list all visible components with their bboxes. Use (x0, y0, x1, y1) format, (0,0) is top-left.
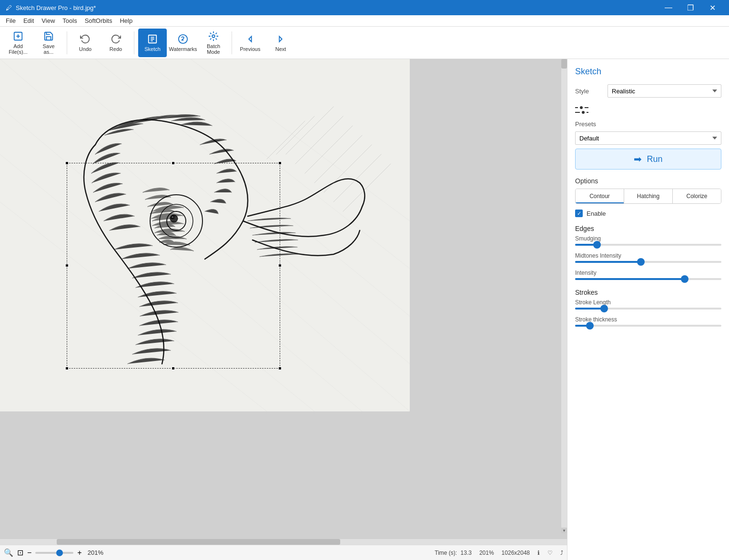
watermarks-button[interactable]: Watermarks (169, 29, 197, 57)
run-label: Run (647, 154, 662, 164)
stroke-thickness-thumb[interactable] (586, 322, 594, 330)
heart-icon[interactable]: ♡ (547, 550, 553, 556)
tab-colorize[interactable]: Colorize (673, 189, 721, 203)
enable-label: Enable (587, 210, 606, 217)
minimize-button[interactable]: — (658, 0, 679, 15)
dimensions-display: 1026x2048 (502, 550, 530, 556)
watermarks-icon (178, 34, 188, 44)
batch-mode-icon (208, 31, 219, 41)
menu-tools[interactable]: Tools (59, 16, 81, 25)
horizontal-scrollbar[interactable] (0, 539, 567, 545)
stroke-length-fill (575, 308, 604, 310)
enable-row: Enable (575, 210, 721, 217)
save-as-button[interactable]: Save as... (34, 29, 63, 57)
main-area: ▲ ▼ (0, 59, 729, 560)
statusbar-left: 🔍 ⊡ − + 201% (4, 548, 103, 557)
statusbar: 🔍 ⊡ − + 201% Time (s): 13.3 201% 1026x20… (0, 545, 567, 560)
sketch-button[interactable]: Sketch (138, 29, 167, 57)
intensity-slider[interactable] (575, 278, 721, 280)
zoom-display: 201% (479, 550, 494, 556)
menu-help[interactable]: Help (116, 16, 136, 25)
stroke-length-slider[interactable] (575, 308, 721, 310)
share-icon[interactable]: ⤴ (560, 550, 563, 556)
smudging-slider[interactable] (575, 244, 721, 246)
info-icon[interactable]: ℹ (537, 550, 540, 556)
separator-1 (67, 31, 67, 54)
intensity-label: Intensity (575, 270, 721, 276)
app-icon: 🖊 (6, 4, 12, 11)
add-files-icon (13, 31, 23, 41)
midtones-thumb[interactable] (637, 258, 645, 266)
add-files-button[interactable]: Add File(s)... (4, 29, 32, 57)
presets-select[interactable]: Default Soft Hard Custom (575, 131, 721, 145)
menu-file[interactable]: File (2, 16, 20, 25)
scrollbar-h-thumb[interactable] (57, 539, 340, 545)
zoom-frame-icon[interactable]: ⊡ (17, 548, 23, 557)
sketch-icon (147, 34, 158, 44)
stroke-thickness-slider-row: Stroke thickness (575, 316, 721, 327)
canvas-scroll[interactable]: ▲ ▼ (0, 59, 567, 539)
intensity-thumb[interactable] (681, 275, 688, 283)
stroke-length-label: Stroke Length (575, 299, 721, 306)
undo-button[interactable]: Undo (71, 29, 100, 57)
zoom-fit-icon[interactable]: 🔍 (4, 548, 13, 557)
maximize-button[interactable]: ❐ (679, 0, 701, 15)
next-button[interactable]: Next (266, 29, 295, 57)
batch-mode-button[interactable]: Batch Mode (199, 29, 228, 57)
stroke-thickness-slider[interactable] (575, 325, 721, 327)
stroke-thickness-label: Stroke thickness (575, 316, 721, 323)
save-as-icon (43, 31, 54, 41)
menu-view[interactable]: View (38, 16, 59, 25)
stroke-length-slider-row: Stroke Length (575, 299, 721, 310)
smudging-thumb[interactable] (593, 241, 601, 249)
run-button[interactable]: ➡ Run (575, 149, 721, 170)
canvas-area: ▲ ▼ (0, 59, 567, 560)
scroll-thumb-vertical[interactable] (561, 59, 567, 69)
options-tabs: Contour Hatching Colorize (575, 189, 721, 204)
scroll-down-arrow[interactable]: ▼ (561, 528, 567, 533)
next-icon (275, 34, 286, 44)
right-panel: Sketch Style Realistic Cartoon Abstract … (567, 59, 729, 560)
tab-hatching[interactable]: Hatching (624, 189, 673, 203)
options-label: Options (575, 177, 721, 185)
vertical-scrollbar[interactable]: ▲ ▼ (561, 59, 567, 533)
midtones-slider[interactable] (575, 261, 721, 263)
style-select[interactable]: Realistic Cartoon Abstract Artistic (608, 84, 721, 98)
zoom-plus-icon[interactable]: + (77, 549, 81, 557)
presets-select-row: Presets Default Soft Hard Custom (575, 120, 721, 145)
midtones-label: Midtones Intensity (575, 252, 721, 259)
undo-icon (80, 34, 91, 44)
statusbar-right: Time (s): 13.3 201% 1026x2048 ℹ ♡ ⤴ (435, 550, 563, 556)
stroke-length-thumb[interactable] (600, 305, 608, 312)
strokes-title: Strokes (575, 289, 721, 296)
intensity-fill (575, 278, 685, 280)
tab-contour[interactable]: Contour (576, 189, 624, 203)
separator-3 (232, 31, 232, 54)
enable-checkbox[interactable] (575, 210, 583, 217)
menu-edit[interactable]: Edit (20, 16, 38, 25)
edges-title: Edges (575, 225, 721, 232)
menubar: File Edit View Tools SoftOrbits Help (0, 15, 729, 27)
toolbar: Add File(s)... Save as... Undo Redo Sket… (0, 27, 729, 59)
zoom-minus-icon[interactable]: − (27, 549, 31, 557)
svg-point-5 (212, 35, 215, 38)
app-title: Sketch Drawer Pro - bird.jpg* (16, 4, 96, 11)
panel-title: Sketch (575, 67, 721, 77)
redo-icon (111, 34, 121, 44)
zoom-percent: 201% (88, 549, 103, 556)
presets-row (575, 103, 721, 117)
previous-button[interactable]: Previous (236, 29, 264, 57)
style-label: Style (575, 88, 604, 95)
intensity-slider-row: Intensity (575, 270, 721, 280)
run-arrow-icon: ➡ (634, 153, 642, 165)
redo-button[interactable]: Redo (101, 29, 130, 57)
svg-marker-6 (249, 36, 252, 41)
zoom-slider[interactable] (35, 552, 73, 554)
close-button[interactable]: ✕ (701, 0, 723, 15)
titlebar-controls: — ❐ ✕ (658, 0, 723, 15)
bird-sketch-svg (0, 59, 410, 411)
menu-softorbits[interactable]: SoftOrbits (81, 16, 116, 25)
midtones-fill (575, 261, 641, 263)
titlebar: 🖊 Sketch Drawer Pro - bird.jpg* — ❐ ✕ (0, 0, 729, 15)
zoom-thumb[interactable] (56, 550, 63, 556)
